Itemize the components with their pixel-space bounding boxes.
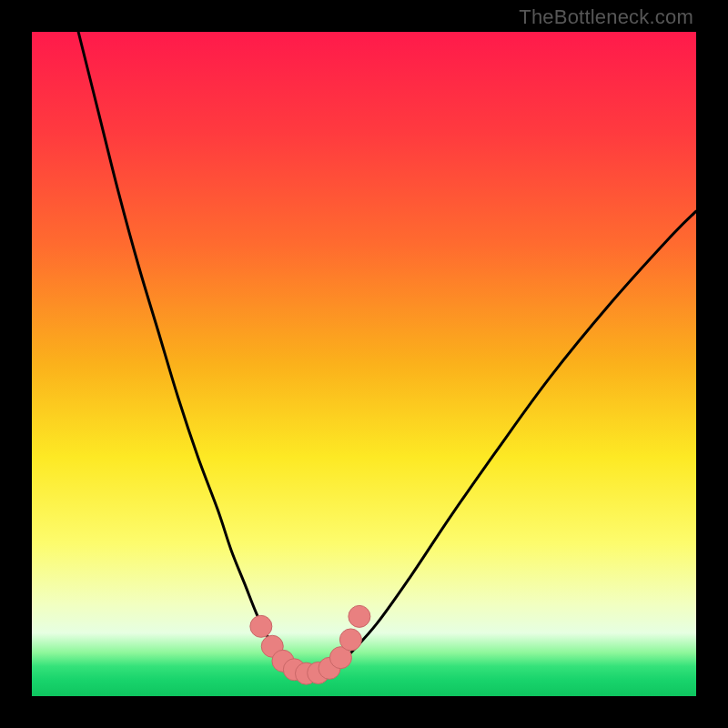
highlight-dots <box>250 605 370 684</box>
highlight-dot <box>349 605 370 627</box>
watermark-text: TheBottleneck.com <box>519 5 693 29</box>
plot-area <box>32 32 696 696</box>
bottleneck-curve-path <box>78 32 696 675</box>
outer-frame: TheBottleneck.com <box>0 0 728 728</box>
bottleneck-curve <box>32 32 696 696</box>
highlight-dot <box>339 629 361 651</box>
highlight-dot <box>250 615 272 637</box>
